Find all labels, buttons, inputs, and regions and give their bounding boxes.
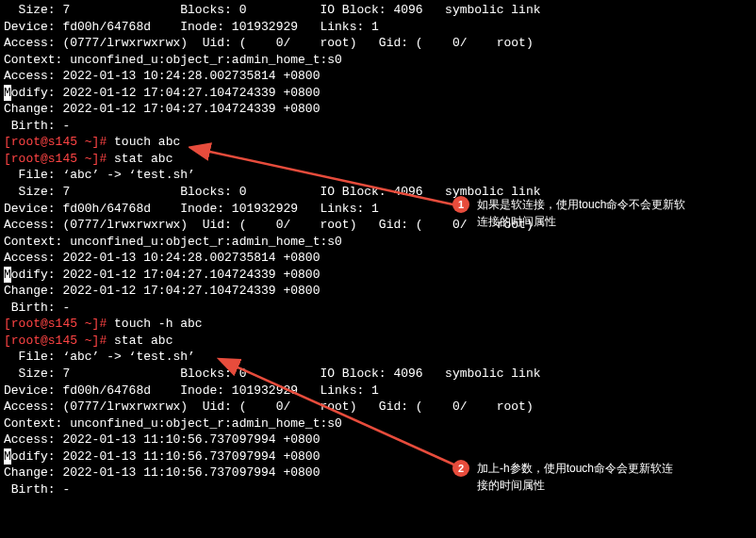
stat-access-time-line: Access: 2022-01-13 10:24:28.002735814 +0… xyxy=(4,250,752,267)
annotation-2: 2加上-h参数，使用touch命令会更新软连 接的时间属性 xyxy=(452,459,745,494)
command-line-touch-h[interactable]: [root@s145 ~]# touch -h abc xyxy=(4,316,752,333)
shell-prompt: [root@s145 ~]# xyxy=(4,152,114,166)
stat-birth-line: Birth: - xyxy=(4,300,752,317)
modify-first-letter: M xyxy=(4,448,11,465)
annotation-text-1b: 连接的时间属性 xyxy=(477,213,745,230)
stat-change-time-line: Change: 2022-01-12 17:04:27.104724339 +0… xyxy=(4,283,752,300)
command-line-stat[interactable]: [root@s145 ~]# stat abc xyxy=(4,151,752,168)
stat-file-line: File: ‘abc’ -> ‘test.sh’ xyxy=(4,167,752,184)
annotation-text-1a: 如果是软连接，使用touch命令不会更新软 xyxy=(477,198,685,211)
command-line-touch[interactable]: [root@s145 ~]# touch abc xyxy=(4,134,752,151)
annotation-text-2b: 接的时间属性 xyxy=(477,477,745,494)
annotation-badge-2: 2 xyxy=(452,460,469,477)
shell-prompt: [root@s145 ~]# xyxy=(4,317,114,331)
stat-modify-time-line: Modify: 2022-01-12 17:04:27.104724339 +0… xyxy=(4,267,752,284)
stat-size-line: Size: 7 Blocks: 0 IO Block: 4096 symboli… xyxy=(4,366,752,383)
annotation-text-2a: 加上-h参数，使用touch命令会更新软连 xyxy=(477,462,673,475)
stat-context-line: Context: unconfined_u:object_r:admin_hom… xyxy=(4,52,752,69)
modify-first-letter: M xyxy=(4,267,11,284)
stat-device-line: Device: fd00h/64768d Inode: 101932929 Li… xyxy=(4,383,752,399)
stat-access-perm-line: Access: (0777/lrwxrwxrwx) Uid: ( 0/ root… xyxy=(4,399,752,416)
command-text: stat abc xyxy=(114,152,173,166)
modify-first-letter: M xyxy=(4,85,11,102)
stat-birth-line: Birth: - xyxy=(4,118,752,135)
stat-context-line: Context: unconfined_u:object_r:admin_hom… xyxy=(4,234,752,251)
stat-size-line: Size: 7 Blocks: 0 IO Block: 4096 symboli… xyxy=(4,2,752,19)
stat-access-time-line: Access: 2022-01-13 11:10:56.737097994 +0… xyxy=(4,432,752,448)
shell-prompt: [root@s145 ~]# xyxy=(4,334,114,348)
annotation-badge-1: 1 xyxy=(452,196,469,213)
command-text: stat abc xyxy=(114,334,173,348)
command-text: touch -h abc xyxy=(114,317,203,331)
command-text: touch abc xyxy=(114,135,180,149)
stat-context-line: Context: unconfined_u:object_r:admin_hom… xyxy=(4,416,752,432)
stat-change-time-line: Change: 2022-01-12 17:04:27.104724339 +0… xyxy=(4,101,752,118)
command-line-stat[interactable]: [root@s145 ~]# stat abc xyxy=(4,333,752,350)
stat-device-line: Device: fd00h/64768d Inode: 101932929 Li… xyxy=(4,19,752,36)
annotation-1: 1如果是软连接，使用touch命令不会更新软 连接的时间属性 xyxy=(452,195,745,230)
stat-access-perm-line: Access: (0777/lrwxrwxrwx) Uid: ( 0/ root… xyxy=(4,35,752,52)
shell-prompt: [root@s145 ~]# xyxy=(4,135,114,149)
stat-access-time-line: Access: 2022-01-13 10:24:28.002735814 +0… xyxy=(4,68,752,85)
stat-modify-time-line: Modify: 2022-01-12 17:04:27.104724339 +0… xyxy=(4,85,752,102)
stat-file-line: File: ‘abc’ -> ‘test.sh’ xyxy=(4,349,752,366)
